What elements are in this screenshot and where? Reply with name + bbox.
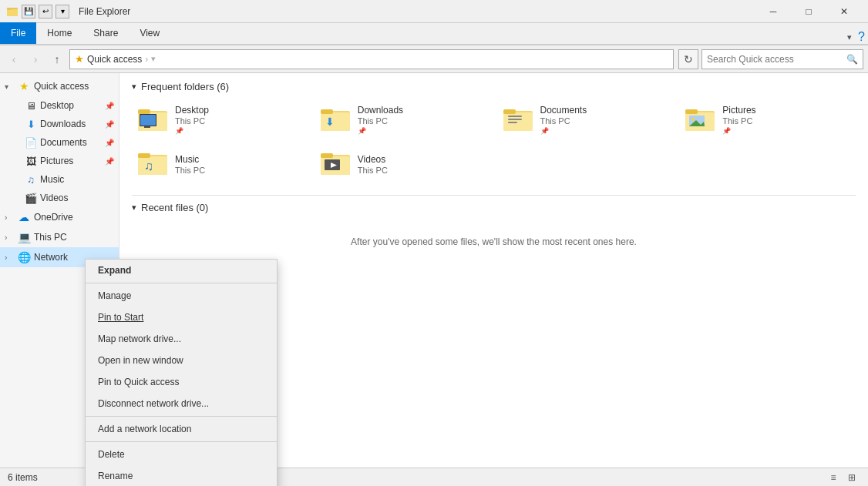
path-star-icon: ★ — [75, 53, 84, 65]
address-path[interactable]: ★ Quick access › ▾ — [69, 49, 674, 69]
sidebar-item-music[interactable]: ♫ Music — [0, 170, 119, 189]
pictures-label: Pictures — [40, 156, 73, 166]
svg-rect-5 — [138, 109, 150, 114]
pin-icon: 📌 — [105, 120, 114, 129]
tab-home[interactable]: Home — [36, 22, 82, 44]
chevron-right-icon: › — [5, 213, 14, 222]
documents-folder-loc: This PC — [540, 116, 587, 126]
pin-icon: 📌 — [105, 102, 114, 110]
downloads-pin-icon: 📌 — [358, 127, 403, 135]
sidebar-item-onedrive[interactable]: › ☁ OneDrive — [0, 207, 119, 227]
forward-button[interactable]: › — [26, 50, 45, 69]
path-quick-access: Quick access — [87, 54, 142, 65]
path-chevron: › — [145, 54, 148, 65]
ctx-manage[interactable]: Manage — [86, 285, 277, 307]
documents-folder-name: Documents — [540, 105, 587, 116]
minimize-button[interactable]: ─ — [755, 0, 791, 23]
music-folder-icon-wrap: ♫ — [138, 150, 169, 178]
videos-folder-loc: This PC — [358, 166, 388, 175]
close-button[interactable]: ✕ — [826, 0, 862, 23]
sidebar-item-desktop[interactable]: 🖥 Desktop 📌 — [0, 96, 119, 115]
svg-rect-2 — [7, 8, 12, 10]
sidebar-item-downloads[interactable]: ⬇ Downloads 📌 — [0, 115, 119, 133]
folder-item-documents[interactable]: Documents This PC 📌 — [497, 100, 674, 139]
maximize-button[interactable]: □ — [791, 0, 826, 23]
svg-rect-14 — [503, 112, 533, 131]
videos-folder-svg — [321, 150, 352, 176]
svg-rect-1 — [7, 9, 18, 16]
back-button[interactable]: ‹ — [5, 50, 23, 69]
downloads-folder-loc: This PC — [358, 116, 403, 126]
ctx-map-network-drive[interactable]: Map network drive... — [86, 328, 277, 350]
desktop-folder-loc: This PC — [175, 116, 209, 126]
videos-folder-icon-wrap — [321, 150, 352, 178]
path-dropdown: ▾ — [151, 54, 156, 64]
qs-customize-btn[interactable]: ▾ — [56, 5, 69, 18]
desktop-folder-icon: 🖥 — [25, 100, 37, 112]
chevron-right-icon: › — [5, 233, 14, 242]
videos-label: Videos — [40, 193, 68, 203]
folder-item-downloads[interactable]: ⬇ Downloads This PC 📌 — [315, 100, 491, 139]
pictures-folder-loc: This PC — [722, 116, 755, 126]
large-icons-view-button[interactable]: ⊞ — [843, 470, 860, 485]
section-divider — [132, 195, 856, 196]
ctx-rename[interactable]: Rename — [86, 465, 277, 486]
downloads-folder-svg: ⬇ — [321, 106, 352, 132]
ctx-pin-to-start[interactable]: Pin to Start — [86, 307, 277, 328]
downloads-folder-icon: ⬇ — [25, 119, 37, 130]
pin-icon: 📌 — [105, 139, 114, 147]
documents-folder-info: Documents This PC 📌 — [540, 105, 587, 135]
refresh-button[interactable]: ↻ — [678, 49, 698, 69]
sidebar-item-this-pc[interactable]: › 💻 This PC — [0, 227, 119, 247]
videos-folder-icon: 🎬 — [25, 193, 37, 204]
downloads-folder-info: Downloads This PC 📌 — [358, 105, 403, 135]
folder-item-music[interactable]: ♫ Music This PC — [132, 146, 308, 183]
folder-item-videos[interactable]: Videos This PC — [315, 146, 491, 183]
onedrive-label: OneDrive — [34, 212, 73, 223]
ribbon: File Home Share View ▾ ? — [0, 23, 868, 45]
music-folder-name: Music — [175, 154, 205, 165]
sidebar-item-pictures[interactable]: 🖼 Pictures 📌 — [0, 152, 119, 170]
folder-item-pictures[interactable]: Pictures This PC 📌 — [679, 100, 856, 139]
ctx-divider-1 — [86, 283, 277, 283]
address-bar: ‹ › ↑ ★ Quick access › ▾ ↻ 🔍 — [0, 45, 868, 73]
tab-share[interactable]: Share — [82, 22, 129, 44]
ctx-divider-3 — [86, 441, 277, 442]
title-text: File Explorer — [79, 6, 130, 17]
help-button[interactable]: ? — [858, 30, 865, 44]
ribbon-expand-btn[interactable]: ▾ — [844, 31, 855, 44]
sidebar-item-videos[interactable]: 🎬 Videos — [0, 189, 119, 207]
network-label: Network — [34, 252, 68, 263]
ctx-open-new-window[interactable]: Open in new window — [86, 350, 277, 371]
tab-view[interactable]: View — [129, 22, 170, 44]
tab-file[interactable]: File — [0, 22, 36, 44]
qs-save-btn[interactable]: 💾 — [22, 5, 35, 18]
search-box[interactable]: 🔍 — [701, 49, 863, 69]
svg-text:⬇: ⬇ — [325, 116, 335, 128]
ctx-expand[interactable]: Expand — [86, 260, 277, 281]
svg-rect-21 — [685, 109, 698, 114]
svg-text:♫: ♫ — [144, 159, 153, 173]
folder-item-desktop[interactable]: Desktop This PC 📌 — [132, 100, 308, 139]
ctx-add-network-location[interactable]: Add a network location — [86, 418, 277, 440]
desktop-pin-icon: 📌 — [175, 127, 209, 135]
sidebar-item-quick-access[interactable]: ▾ ★ Quick access — [0, 76, 119, 96]
up-button[interactable]: ↑ — [48, 50, 66, 69]
svg-rect-8 — [144, 126, 150, 128]
desktop-folder-info: Desktop This PC 📌 — [175, 105, 209, 135]
ctx-disconnect-network-drive[interactable]: Disconnect network drive... — [86, 393, 277, 414]
desktop-folder-name: Desktop — [175, 105, 209, 116]
svg-rect-11 — [321, 109, 333, 114]
pictures-pin-icon: 📌 — [722, 127, 755, 135]
quick-access-toolbar: 💾 ↩ ▾ — [6, 5, 69, 18]
frequent-folders-header: ▾ Frequent folders (6) — [132, 81, 856, 92]
sidebar-item-documents[interactable]: 📄 Documents 📌 — [0, 133, 119, 152]
music-folder-loc: This PC — [175, 166, 205, 175]
music-folder-svg: ♫ — [138, 150, 169, 176]
qs-undo-btn[interactable]: ↩ — [39, 5, 52, 18]
ctx-delete[interactable]: Delete — [86, 444, 277, 465]
details-view-button[interactable]: ≡ — [825, 470, 842, 485]
window-controls: ─ □ ✕ — [755, 0, 862, 23]
search-input[interactable] — [707, 54, 843, 65]
ctx-pin-to-quick-access[interactable]: Pin to Quick access — [86, 371, 277, 393]
